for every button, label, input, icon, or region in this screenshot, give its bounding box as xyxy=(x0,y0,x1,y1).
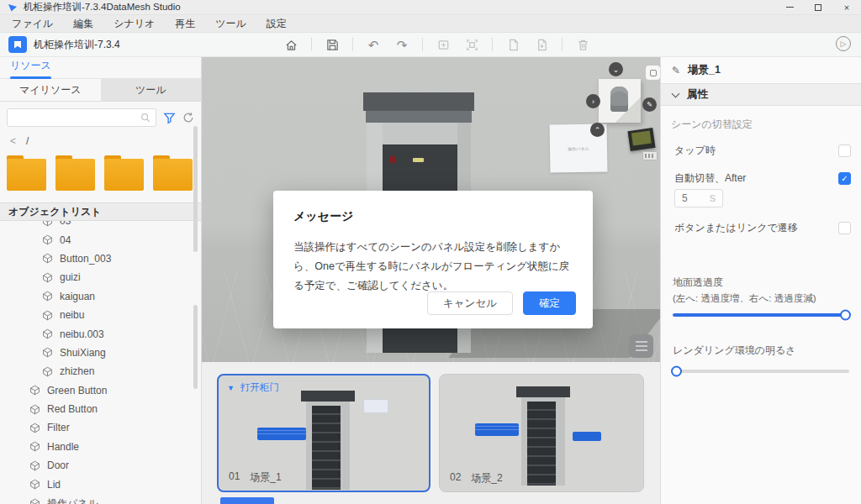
frame-select-icon xyxy=(465,38,479,52)
button-link-checkbox[interactable] xyxy=(838,222,851,234)
auto-switch-row: 自動切替、After ✓ xyxy=(671,171,851,186)
object-name: 03 xyxy=(60,221,71,227)
delete-button[interactable] xyxy=(574,36,591,53)
render-brightness-thumb[interactable] xyxy=(671,366,682,377)
cube-icon xyxy=(42,253,53,264)
add-scene-button[interactable] xyxy=(220,497,274,504)
scene-action-row[interactable]: ▼ 打开柜门 xyxy=(227,381,279,394)
cabinet-red-button xyxy=(389,156,396,163)
home-button[interactable] xyxy=(283,36,299,53)
scene-name: 场景_1 xyxy=(250,470,281,485)
rotate-left-button[interactable]: › xyxy=(586,94,600,108)
object-list-item[interactable]: 操作パネル xyxy=(0,494,201,504)
tap-checkbox[interactable] xyxy=(838,144,851,157)
search-box[interactable] xyxy=(7,108,156,127)
object-list-item[interactable]: Filter xyxy=(0,418,201,437)
search-input[interactable] xyxy=(13,113,140,123)
project-info: 机柜操作培训-7.3.4 xyxy=(0,36,202,53)
import-doc-button[interactable] xyxy=(533,36,550,53)
breadcrumb-path[interactable]: / xyxy=(26,135,29,147)
object-list-scrollbar[interactable] xyxy=(193,305,198,389)
menu-item[interactable]: シナリオ xyxy=(114,17,155,31)
chevron-up-icon: ⌃ xyxy=(594,126,601,134)
auto-switch-seconds-input[interactable]: 5 S xyxy=(674,189,723,207)
undo-button[interactable]: ↶ xyxy=(365,36,382,53)
object-name: Filter xyxy=(47,422,70,433)
redo-button[interactable]: ↷ xyxy=(394,36,410,53)
menu-item[interactable]: ファイル xyxy=(12,17,53,31)
scene1-panel-tag xyxy=(363,399,388,413)
object-name: 操作パネル xyxy=(47,496,98,504)
tab-resources[interactable]: リソース xyxy=(10,59,51,76)
focus-frame-button[interactable] xyxy=(646,66,660,80)
tab-tools[interactable]: ツール xyxy=(101,79,202,101)
sidebar-scrollbar[interactable] xyxy=(193,126,198,252)
save-button[interactable] xyxy=(324,36,341,53)
object-list-item[interactable]: ShuiXiang xyxy=(0,344,201,362)
object-list-item[interactable]: 03 xyxy=(0,221,201,230)
object-name: Lid xyxy=(47,479,61,491)
view-cube[interactable] xyxy=(599,79,641,123)
cancel-button[interactable]: キャンセル xyxy=(427,291,513,315)
ground-opacity-slider[interactable] xyxy=(673,313,849,317)
edit-scene-name-icon[interactable]: ✎ xyxy=(672,65,680,76)
tap-switch-row: タップ時 xyxy=(671,144,851,158)
ground-opacity-hint: (左へ: 透過度増、右へ: 透過度減) xyxy=(671,292,851,305)
folder-icon[interactable] xyxy=(55,155,95,191)
frame-select-button[interactable] xyxy=(463,36,480,53)
object-list-item[interactable]: neibu.003 xyxy=(0,324,201,343)
menu-item[interactable]: 再生 xyxy=(175,17,195,31)
minimize-button[interactable] xyxy=(775,0,804,14)
scene-index: 01 xyxy=(229,470,240,485)
object-list-item[interactable]: Door xyxy=(0,456,201,475)
play-button[interactable]: ▷ xyxy=(836,36,851,51)
cube-icon xyxy=(42,221,53,227)
object-list-item[interactable]: kaiguan xyxy=(0,287,201,306)
app-logo-icon xyxy=(8,3,17,12)
pencil-icon: ✎ xyxy=(647,101,652,108)
attributes-section-header[interactable]: 属性 xyxy=(661,83,861,106)
object-list-item[interactable]: Handle xyxy=(0,438,201,456)
render-brightness-slider[interactable] xyxy=(673,370,849,373)
object-list-item[interactable]: Red Button xyxy=(0,400,201,418)
insert-object-button[interactable] xyxy=(435,36,452,53)
object-list-item[interactable]: zhizhen xyxy=(0,362,201,381)
object-list-item[interactable]: 04 xyxy=(0,230,201,249)
attributes-header-label: 属性 xyxy=(687,87,708,102)
filter-icon[interactable] xyxy=(163,112,176,124)
ground-opacity-thumb[interactable] xyxy=(840,310,851,321)
object-name: neibu xyxy=(60,309,84,321)
maximize-button[interactable] xyxy=(804,0,832,14)
menu-item[interactable]: 設定 xyxy=(267,17,287,31)
scene-list-button[interactable] xyxy=(629,334,653,358)
scene-card-2[interactable]: 02 场景_2 xyxy=(439,374,644,492)
laptop-model[interactable] xyxy=(627,128,655,151)
undo-icon: ↶ xyxy=(368,39,379,51)
keyboard-icon[interactable] xyxy=(642,151,658,160)
folder-icon[interactable] xyxy=(104,155,144,191)
seconds-value: 5 xyxy=(682,192,688,204)
object-list-item[interactable]: Lid xyxy=(0,475,201,493)
object-list-item[interactable]: Green Button xyxy=(0,381,201,400)
object-list-item[interactable]: neibu xyxy=(0,306,201,324)
confirm-button[interactable]: 確定 xyxy=(523,291,576,315)
inspector-panel: ✎ 場景_1 属性 シーンの切替設定 タップ時 自動切替、After ✓ 5 S… xyxy=(660,57,861,504)
rotate-down-button[interactable]: ⌃ xyxy=(590,123,605,137)
auto-switch-checkbox[interactable]: ✓ xyxy=(838,172,851,185)
folder-icon[interactable] xyxy=(153,155,193,191)
triangle-down-icon: ▼ xyxy=(227,384,235,392)
object-list-item[interactable]: Button_003 xyxy=(0,249,201,268)
rotate-up-button[interactable]: ⌄ xyxy=(609,62,623,76)
object-list-item[interactable]: guizi xyxy=(0,268,201,286)
scene-card-1[interactable]: ▼ 打开柜门 01 场景_1 xyxy=(217,374,430,492)
close-button[interactable]: × xyxy=(832,0,861,14)
edit-gizmo-button[interactable]: ✎ xyxy=(642,97,657,112)
menu-item[interactable]: ツール xyxy=(215,17,246,31)
export-doc-button[interactable] xyxy=(504,36,521,53)
menu-item[interactable]: 編集 xyxy=(73,17,93,31)
breadcrumb-back-icon[interactable]: < xyxy=(10,135,16,147)
close-icon: × xyxy=(844,3,849,13)
reset-icon[interactable] xyxy=(182,112,194,123)
folder-icon[interactable] xyxy=(7,155,46,191)
tab-my-resources[interactable]: マイリソース xyxy=(0,79,101,101)
